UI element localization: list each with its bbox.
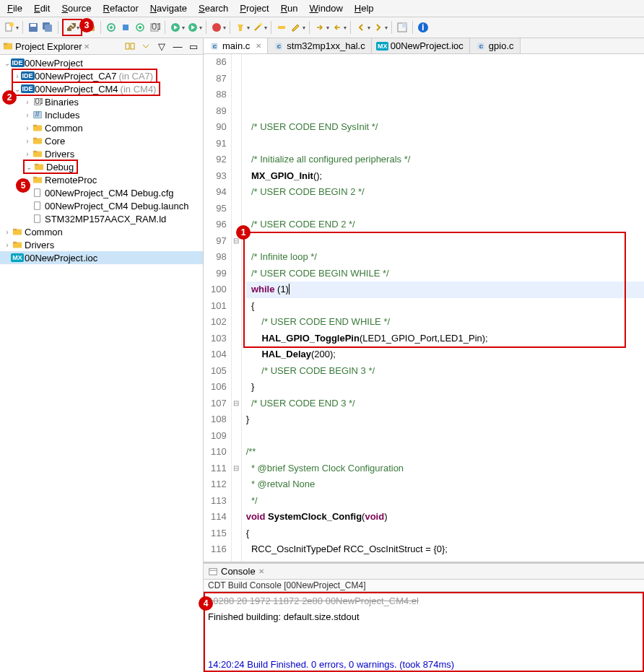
- tree-item[interactable]: ›RemoteProc: [0, 173, 203, 186]
- tree-item[interactable]: ⌄IDE00NewProject: [0, 56, 203, 69]
- svg-rect-37: [33, 138, 37, 140]
- menu-source[interactable]: Source: [57, 1, 95, 15]
- wand-icon[interactable]: [251, 21, 264, 34]
- svg-point-18: [212, 23, 221, 32]
- console-panel: Console ✕ CDT Build Console [00NewProjec…: [204, 562, 644, 672]
- perspective-icon[interactable]: [396, 21, 409, 34]
- filter-icon[interactable]: ▽: [155, 40, 168, 53]
- tree-item[interactable]: ›01Binaries: [0, 95, 203, 108]
- menu-refactor[interactable]: Refactor: [99, 1, 143, 15]
- annotation-badge-5: 5: [16, 178, 30, 193]
- tree-item[interactable]: ›Common: [0, 121, 203, 134]
- editor-tab[interactable]: cmain.c✕: [204, 38, 268, 53]
- tree-item[interactable]: 00NewProject_CM4 Debug.launch: [0, 199, 203, 212]
- save-button[interactable]: [27, 21, 40, 34]
- svg-rect-5: [45, 25, 52, 32]
- menu-project[interactable]: Project: [235, 1, 273, 15]
- svg-rect-44: [35, 189, 40, 197]
- editor-tab[interactable]: cstm32mp1xx_hal.c: [268, 38, 371, 53]
- svg-text:01: 01: [35, 97, 43, 105]
- flashlight-icon[interactable]: [234, 21, 247, 34]
- explorer-title: Project Explorer ✕: [3, 41, 123, 52]
- svg-point-10: [110, 26, 113, 29]
- back-icon[interactable]: [354, 21, 367, 34]
- maximize-icon[interactable]: ▭: [187, 40, 200, 53]
- console-icon: [208, 567, 218, 577]
- tree-item[interactable]: ⌄Debug: [0, 160, 203, 173]
- svg-rect-45: [35, 202, 40, 210]
- project-explorer: Project Explorer ✕ ▽ — ▭ ⌄IDE00NewProjec…: [0, 38, 204, 672]
- chip-icon[interactable]: [119, 21, 132, 34]
- svg-rect-29: [131, 43, 134, 49]
- tree-item[interactable]: ›Drivers: [0, 147, 203, 160]
- menu-edit[interactable]: Edit: [30, 1, 54, 15]
- editor-area: cmain.c✕cstm32mp1xx_hal.cMX00NewProject.…: [204, 38, 644, 672]
- svg-point-20: [259, 23, 262, 26]
- svg-text:010: 010: [152, 22, 160, 32]
- forward-icon[interactable]: [372, 21, 385, 34]
- gear-icon[interactable]: [105, 21, 118, 34]
- menubar: FileEditSourceRefactorNavigateSearchProj…: [0, 0, 644, 17]
- svg-text:c: c: [277, 42, 282, 50]
- svg-text:#: #: [35, 110, 40, 118]
- svg-rect-23: [402, 23, 406, 27]
- menu-run[interactable]: Run: [277, 1, 303, 15]
- svg-rect-28: [126, 43, 129, 49]
- menu-file[interactable]: File: [3, 1, 27, 15]
- console-tab-label[interactable]: Console: [221, 566, 256, 577]
- tree-item[interactable]: ›#Includes: [0, 108, 203, 121]
- minimize-icon[interactable]: —: [171, 40, 184, 53]
- target-icon[interactable]: [134, 21, 147, 34]
- tree-item[interactable]: ⌄IDE00NewProject_CM4(in CM4): [0, 82, 203, 95]
- menu-window[interactable]: Window: [305, 1, 347, 15]
- tree-item[interactable]: STM32MP157AACX_RAM.ld: [0, 212, 203, 225]
- svg-rect-3: [30, 24, 36, 27]
- editor-tab[interactable]: cgpio.c: [470, 38, 521, 53]
- svg-text:c: c: [213, 42, 217, 50]
- svg-rect-41: [35, 164, 38, 166]
- annotation-badge-4: 4: [199, 596, 213, 611]
- console-output[interactable]: 10280 20 1972 11872 2e80 00NewProject_CM…: [204, 592, 644, 672]
- svg-text:c: c: [479, 42, 484, 50]
- svg-rect-27: [4, 43, 7, 45]
- tree-item[interactable]: ›Core: [0, 134, 203, 147]
- stop-icon[interactable]: [210, 21, 223, 34]
- tree-item[interactable]: MX00NewProject.ioc: [0, 251, 203, 264]
- collapse-icon[interactable]: [139, 40, 152, 53]
- annotation-badge-1: 1: [236, 225, 251, 240]
- new-button[interactable]: [3, 21, 16, 34]
- toolbar: ▾ ▾ 010 ▾ ▾ ▾ ▾ ▾ ▾ ▾ ▾ ▾ ▾ i: [0, 17, 644, 38]
- marker-icon[interactable]: [275, 21, 288, 34]
- prev-annotation-icon[interactable]: [331, 21, 344, 34]
- svg-rect-57: [209, 568, 217, 575]
- run-button[interactable]: [186, 21, 199, 34]
- svg-point-13: [139, 26, 142, 29]
- menu-search[interactable]: Search: [194, 1, 232, 15]
- svg-rect-39: [33, 151, 37, 153]
- svg-rect-43: [33, 177, 37, 179]
- menu-help[interactable]: Help: [350, 1, 378, 15]
- svg-rect-21: [278, 26, 285, 29]
- tree-item[interactable]: ›Common: [0, 225, 203, 238]
- pencil-icon[interactable]: [290, 21, 303, 34]
- tree-item[interactable]: ›IDE00NewProject_CA7(in CA7): [0, 69, 203, 82]
- editor-tabs: cmain.c✕cstm32mp1xx_hal.cMX00NewProject.…: [204, 38, 644, 54]
- svg-rect-11: [123, 25, 129, 30]
- code-editor[interactable]: 8687888990919293949596979899100101102103…: [204, 54, 644, 562]
- console-subtitle: CDT Build Console [00NewProject_CM4]: [204, 580, 644, 592]
- menu-navigate[interactable]: Navigate: [146, 1, 191, 15]
- tree-item[interactable]: ›Drivers: [0, 238, 203, 251]
- save-all-button[interactable]: [41, 21, 54, 34]
- editor-tab[interactable]: MX00NewProject.ioc: [372, 38, 470, 53]
- annotation-badge-2: 2: [2, 90, 17, 105]
- info-icon[interactable]: i: [417, 21, 430, 34]
- tree-item[interactable]: 00NewProject_CM4 Debug.cfg: [0, 186, 203, 199]
- new-dropdown[interactable]: ▾: [16, 25, 19, 31]
- svg-point-1: [9, 22, 14, 27]
- link-editor-icon[interactable]: [123, 40, 136, 53]
- debug-button[interactable]: [169, 21, 182, 34]
- svg-rect-46: [35, 215, 40, 223]
- next-annotation-icon[interactable]: [313, 21, 326, 34]
- binary-icon[interactable]: 010: [148, 21, 161, 34]
- svg-text:i: i: [422, 22, 425, 32]
